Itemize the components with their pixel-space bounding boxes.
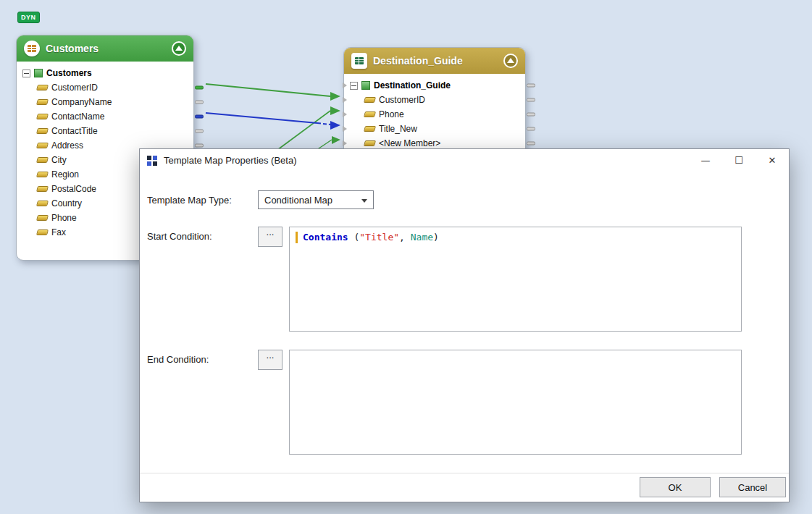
start-condition-editor[interactable]: Contains ("Title", Name): [289, 227, 742, 332]
member-label: Region: [51, 169, 79, 180]
input-port-icon: [343, 111, 347, 117]
member-icon: [36, 215, 49, 221]
member-icon: [364, 126, 376, 132]
connector-stub[interactable]: [527, 84, 535, 88]
member-icon: [36, 114, 49, 119]
collapse-toggle-icon[interactable]: [22, 69, 30, 77]
template-map-type-dropdown[interactable]: Conditional Map: [258, 190, 374, 209]
connection-customerid[interactable]: [206, 84, 330, 96]
input-port-icon: [343, 83, 347, 88]
code-punct: ,: [399, 232, 411, 243]
text-cursor: [296, 232, 298, 243]
root-label: Customers: [46, 68, 92, 78]
member-label: Phone: [379, 109, 404, 119]
triangle-up-icon: [175, 46, 183, 51]
code-expression: Contains ("Title", Name): [303, 232, 439, 243]
destination-panel-header[interactable]: Destination_Guide: [344, 48, 525, 74]
code-identifier: Name: [411, 232, 433, 243]
code-punct: (: [348, 232, 360, 243]
end-condition-editor[interactable]: [289, 350, 742, 455]
member-icon: [36, 157, 49, 163]
destination-tree: Destination_Guide CustomerID Phone Title…: [344, 74, 525, 151]
maximize-button[interactable]: ☐: [722, 149, 756, 172]
connector-stub[interactable]: [195, 101, 204, 104]
member-icon: [36, 85, 49, 90]
ok-button[interactable]: OK: [640, 477, 711, 497]
collapse-button[interactable]: [172, 41, 186, 56]
tree-member-row[interactable]: CustomerID: [350, 93, 525, 107]
source-panel-header[interactable]: Customers: [17, 35, 193, 62]
source-panel-title: Customers: [46, 43, 99, 54]
close-button[interactable]: ✕: [756, 149, 789, 172]
dropdown-selected-value: Conditional Map: [264, 195, 332, 206]
arrowhead-icon: [330, 92, 340, 101]
input-port-icon: [343, 140, 347, 146]
connector-stub[interactable]: [195, 115, 204, 119]
member-label: CustomerID: [51, 83, 98, 93]
code-keyword: Contains: [303, 232, 348, 243]
dialog-titlebar[interactable]: Template Map Properties (Beta) — ☐ ✕: [140, 149, 789, 172]
connector-stub[interactable]: [195, 86, 204, 90]
member-label: Address: [51, 140, 83, 151]
member-icon: [36, 128, 49, 134]
connector-stub[interactable]: [195, 130, 204, 133]
arrowhead-icon: [330, 121, 340, 130]
tree-member-row[interactable]: CompanyName: [22, 95, 193, 109]
tree-member-row[interactable]: ContactName: [22, 109, 193, 124]
mapping-canvas: DYN Customers Customers CustomerID Compa…: [0, 0, 812, 514]
tree-root-row[interactable]: Destination_Guide: [350, 78, 525, 93]
destination-panel-title: Destination_Guide: [373, 55, 463, 67]
tree-root-row[interactable]: Customers: [22, 66, 193, 80]
member-icon: [36, 172, 49, 177]
member-label: PostalCode: [51, 184, 96, 194]
member-icon: [36, 229, 49, 235]
dyn-badge: DYN: [17, 12, 40, 23]
connector-stub[interactable]: [195, 144, 204, 148]
member-icon: [36, 201, 49, 206]
member-label: ContactName: [51, 111, 104, 122]
connector-stub[interactable]: [527, 98, 535, 102]
connector-stub[interactable]: [527, 142, 535, 146]
connector-stub[interactable]: [527, 113, 535, 117]
template-map-properties-dialog: Template Map Properties (Beta) — ☐ ✕ Tem…: [139, 148, 790, 502]
arrowhead-icon: [332, 136, 340, 144]
app-icon: [147, 156, 157, 166]
connector-stub[interactable]: [527, 127, 535, 131]
footer-divider: [140, 473, 789, 473]
start-condition-label: Start Condition:: [147, 231, 212, 242]
root-label: Destination_Guide: [374, 80, 451, 90]
excel-icon: [351, 53, 367, 69]
member-label: City: [51, 155, 67, 165]
input-port-icon: [343, 97, 347, 103]
member-label: <New Member>: [379, 138, 440, 148]
member-icon: [364, 97, 376, 103]
member-label: Title_New: [379, 124, 417, 134]
member-label: Country: [51, 198, 82, 208]
tree-member-row[interactable]: Title_New: [350, 122, 525, 136]
start-condition-browse-button[interactable]: ...: [258, 227, 282, 247]
member-icon: [36, 186, 49, 192]
tree-member-row[interactable]: ContactTitle: [22, 124, 193, 138]
collapse-toggle-icon[interactable]: [350, 82, 358, 90]
member-icon: [364, 140, 376, 146]
chevron-down-icon: [361, 199, 367, 203]
code-string: "Title": [359, 232, 399, 243]
root-node-icon: [34, 69, 43, 77]
cancel-button[interactable]: Cancel: [719, 477, 786, 497]
member-label: CustomerID: [379, 95, 425, 105]
collapse-button[interactable]: [503, 54, 518, 68]
minimize-button[interactable]: —: [689, 149, 722, 172]
end-condition-browse-button[interactable]: ...: [258, 350, 282, 370]
member-icon: [36, 99, 49, 105]
template-map-type-label: Template Map Type:: [147, 195, 232, 206]
code-punct: ): [433, 232, 439, 243]
connection-titlenew[interactable]: [206, 113, 317, 123]
end-condition-label: End Condition:: [147, 354, 209, 365]
member-icon: [36, 143, 49, 148]
arrowhead-icon: [330, 106, 340, 115]
tree-member-row[interactable]: CustomerID: [22, 80, 193, 95]
tree-member-row[interactable]: Phone: [350, 107, 525, 122]
member-label: ContactTitle: [51, 126, 98, 136]
table-icon: [24, 41, 40, 56]
root-node-icon: [361, 81, 370, 90]
